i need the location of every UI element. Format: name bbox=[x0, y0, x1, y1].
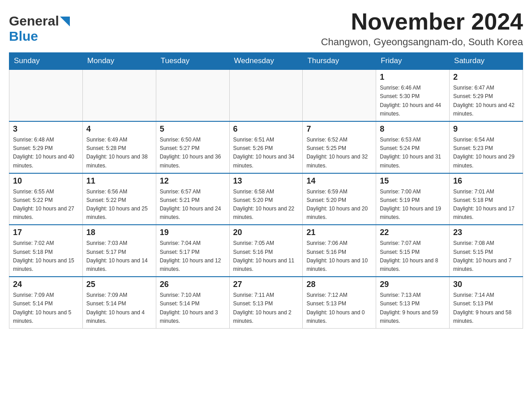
day-number: 20 bbox=[233, 228, 299, 237]
day-info: Sunrise: 6:46 AMSunset: 5:30 PMDaylight:… bbox=[380, 84, 446, 118]
calendar-cell: 24Sunrise: 7:09 AMSunset: 5:14 PMDayligh… bbox=[9, 277, 83, 328]
day-info: Sunrise: 6:53 AMSunset: 5:24 PMDaylight:… bbox=[380, 136, 446, 170]
calendar-header-row: SundayMondayTuesdayWednesdayThursdayFrid… bbox=[9, 53, 523, 70]
calendar-cell: 21Sunrise: 7:06 AMSunset: 5:16 PMDayligh… bbox=[303, 225, 376, 277]
day-number: 22 bbox=[380, 228, 446, 237]
day-number: 21 bbox=[306, 228, 372, 237]
day-number: 27 bbox=[233, 280, 299, 289]
subtitle: Changwon, Gyeongsangnam-do, South Korea bbox=[321, 36, 523, 48]
logo: General Blue bbox=[9, 9, 70, 44]
day-number: 30 bbox=[453, 280, 519, 289]
calendar: SundayMondayTuesdayWednesdayThursdayFrid… bbox=[9, 52, 523, 329]
calendar-cell: 1Sunrise: 6:46 AMSunset: 5:30 PMDaylight… bbox=[376, 69, 450, 121]
calendar-week-4: 17Sunrise: 7:02 AMSunset: 5:18 PMDayligh… bbox=[9, 225, 523, 277]
day-info: Sunrise: 7:00 AMSunset: 5:19 PMDaylight:… bbox=[380, 188, 446, 222]
calendar-cell: 22Sunrise: 7:07 AMSunset: 5:15 PMDayligh… bbox=[376, 225, 450, 277]
title-area: November 2024 Changwon, Gyeongsangnam-do… bbox=[321, 9, 523, 48]
calendar-week-2: 3Sunrise: 6:48 AMSunset: 5:29 PMDaylight… bbox=[9, 121, 523, 173]
calendar-cell bbox=[303, 69, 376, 121]
calendar-cell: 29Sunrise: 7:13 AMSunset: 5:13 PMDayligh… bbox=[376, 277, 450, 328]
day-info: Sunrise: 7:13 AMSunset: 5:13 PMDaylight:… bbox=[380, 291, 446, 325]
day-number: 11 bbox=[86, 176, 152, 186]
calendar-cell: 5Sunrise: 6:50 AMSunset: 5:27 PMDaylight… bbox=[156, 121, 229, 173]
calendar-cell: 25Sunrise: 7:09 AMSunset: 5:14 PMDayligh… bbox=[82, 277, 156, 328]
day-info: Sunrise: 6:56 AMSunset: 5:22 PMDaylight:… bbox=[86, 188, 152, 222]
day-number: 24 bbox=[13, 280, 79, 289]
calendar-header-thursday: Thursday bbox=[303, 53, 376, 70]
day-number: 7 bbox=[306, 124, 372, 134]
day-info: Sunrise: 7:10 AMSunset: 5:14 PMDaylight:… bbox=[160, 291, 226, 325]
day-number: 2 bbox=[453, 73, 519, 82]
calendar-cell: 2Sunrise: 6:47 AMSunset: 5:29 PMDaylight… bbox=[450, 69, 523, 121]
calendar-cell: 11Sunrise: 6:56 AMSunset: 5:22 PMDayligh… bbox=[82, 173, 156, 225]
day-info: Sunrise: 7:09 AMSunset: 5:14 PMDaylight:… bbox=[13, 291, 79, 325]
day-info: Sunrise: 6:59 AMSunset: 5:20 PMDaylight:… bbox=[306, 188, 372, 222]
calendar-cell bbox=[82, 69, 156, 121]
day-info: Sunrise: 7:06 AMSunset: 5:16 PMDaylight:… bbox=[306, 239, 372, 274]
day-info: Sunrise: 7:08 AMSunset: 5:15 PMDaylight:… bbox=[453, 239, 519, 274]
calendar-cell: 12Sunrise: 6:57 AMSunset: 5:21 PMDayligh… bbox=[156, 173, 229, 225]
calendar-week-3: 10Sunrise: 6:55 AMSunset: 5:22 PMDayligh… bbox=[9, 173, 523, 225]
calendar-cell: 15Sunrise: 7:00 AMSunset: 5:19 PMDayligh… bbox=[376, 173, 450, 225]
day-number: 28 bbox=[306, 280, 372, 289]
day-number: 13 bbox=[233, 176, 299, 186]
day-number: 18 bbox=[86, 228, 152, 237]
day-info: Sunrise: 6:51 AMSunset: 5:26 PMDaylight:… bbox=[233, 136, 299, 170]
calendar-cell: 8Sunrise: 6:53 AMSunset: 5:24 PMDaylight… bbox=[376, 121, 450, 173]
day-info: Sunrise: 7:11 AMSunset: 5:13 PMDaylight:… bbox=[233, 291, 299, 325]
calendar-cell bbox=[9, 69, 83, 121]
day-number: 16 bbox=[453, 176, 519, 186]
calendar-cell: 14Sunrise: 6:59 AMSunset: 5:20 PMDayligh… bbox=[303, 173, 376, 225]
day-number: 23 bbox=[453, 228, 519, 237]
day-info: Sunrise: 7:04 AMSunset: 5:17 PMDaylight:… bbox=[160, 239, 226, 274]
calendar-cell: 28Sunrise: 7:12 AMSunset: 5:13 PMDayligh… bbox=[303, 277, 376, 328]
day-number: 10 bbox=[13, 176, 79, 186]
day-number: 1 bbox=[380, 73, 446, 82]
header: General Blue November 2024 Changwon, Gye… bbox=[9, 9, 523, 48]
calendar-header-friday: Friday bbox=[376, 53, 450, 70]
day-number: 25 bbox=[86, 280, 152, 289]
calendar-header-saturday: Saturday bbox=[450, 53, 523, 70]
day-info: Sunrise: 6:47 AMSunset: 5:29 PMDaylight:… bbox=[453, 84, 519, 118]
day-number: 4 bbox=[86, 124, 152, 134]
day-info: Sunrise: 6:49 AMSunset: 5:28 PMDaylight:… bbox=[86, 136, 152, 170]
calendar-cell bbox=[229, 69, 303, 121]
day-info: Sunrise: 7:07 AMSunset: 5:15 PMDaylight:… bbox=[380, 239, 446, 274]
calendar-cell: 19Sunrise: 7:04 AMSunset: 5:17 PMDayligh… bbox=[156, 225, 229, 277]
calendar-header-monday: Monday bbox=[82, 53, 156, 70]
logo-general-text: General bbox=[9, 13, 59, 29]
day-info: Sunrise: 6:58 AMSunset: 5:20 PMDaylight:… bbox=[233, 188, 299, 222]
calendar-cell: 13Sunrise: 6:58 AMSunset: 5:20 PMDayligh… bbox=[229, 173, 303, 225]
day-info: Sunrise: 6:54 AMSunset: 5:23 PMDaylight:… bbox=[453, 136, 519, 170]
calendar-week-1: 1Sunrise: 6:46 AMSunset: 5:30 PMDaylight… bbox=[9, 69, 523, 121]
logo-arrow-icon bbox=[60, 17, 70, 26]
day-info: Sunrise: 7:01 AMSunset: 5:18 PMDaylight:… bbox=[453, 188, 519, 222]
day-info: Sunrise: 7:09 AMSunset: 5:14 PMDaylight:… bbox=[86, 291, 152, 325]
calendar-header-tuesday: Tuesday bbox=[156, 53, 229, 70]
day-number: 6 bbox=[233, 124, 299, 134]
calendar-cell: 6Sunrise: 6:51 AMSunset: 5:26 PMDaylight… bbox=[229, 121, 303, 173]
calendar-cell: 10Sunrise: 6:55 AMSunset: 5:22 PMDayligh… bbox=[9, 173, 83, 225]
calendar-cell: 16Sunrise: 7:01 AMSunset: 5:18 PMDayligh… bbox=[450, 173, 523, 225]
day-number: 14 bbox=[306, 176, 372, 186]
calendar-cell: 9Sunrise: 6:54 AMSunset: 5:23 PMDaylight… bbox=[450, 121, 523, 173]
day-info: Sunrise: 7:02 AMSunset: 5:18 PMDaylight:… bbox=[13, 239, 79, 274]
calendar-cell: 23Sunrise: 7:08 AMSunset: 5:15 PMDayligh… bbox=[450, 225, 523, 277]
day-info: Sunrise: 6:48 AMSunset: 5:29 PMDaylight:… bbox=[13, 136, 79, 170]
calendar-cell: 27Sunrise: 7:11 AMSunset: 5:13 PMDayligh… bbox=[229, 277, 303, 328]
calendar-cell: 17Sunrise: 7:02 AMSunset: 5:18 PMDayligh… bbox=[9, 225, 83, 277]
day-number: 29 bbox=[380, 280, 446, 289]
day-info: Sunrise: 7:05 AMSunset: 5:16 PMDaylight:… bbox=[233, 239, 299, 274]
calendar-cell: 30Sunrise: 7:14 AMSunset: 5:13 PMDayligh… bbox=[450, 277, 523, 328]
day-info: Sunrise: 7:14 AMSunset: 5:13 PMDaylight:… bbox=[453, 291, 519, 325]
calendar-header-sunday: Sunday bbox=[9, 53, 83, 70]
day-info: Sunrise: 7:12 AMSunset: 5:13 PMDaylight:… bbox=[306, 291, 372, 325]
day-number: 26 bbox=[160, 280, 226, 289]
calendar-cell: 18Sunrise: 7:03 AMSunset: 5:17 PMDayligh… bbox=[82, 225, 156, 277]
svg-marker-0 bbox=[60, 17, 70, 26]
calendar-cell bbox=[156, 69, 229, 121]
calendar-cell: 7Sunrise: 6:52 AMSunset: 5:25 PMDaylight… bbox=[303, 121, 376, 173]
day-info: Sunrise: 6:55 AMSunset: 5:22 PMDaylight:… bbox=[13, 188, 79, 222]
calendar-cell: 26Sunrise: 7:10 AMSunset: 5:14 PMDayligh… bbox=[156, 277, 229, 328]
calendar-cell: 4Sunrise: 6:49 AMSunset: 5:28 PMDaylight… bbox=[82, 121, 156, 173]
